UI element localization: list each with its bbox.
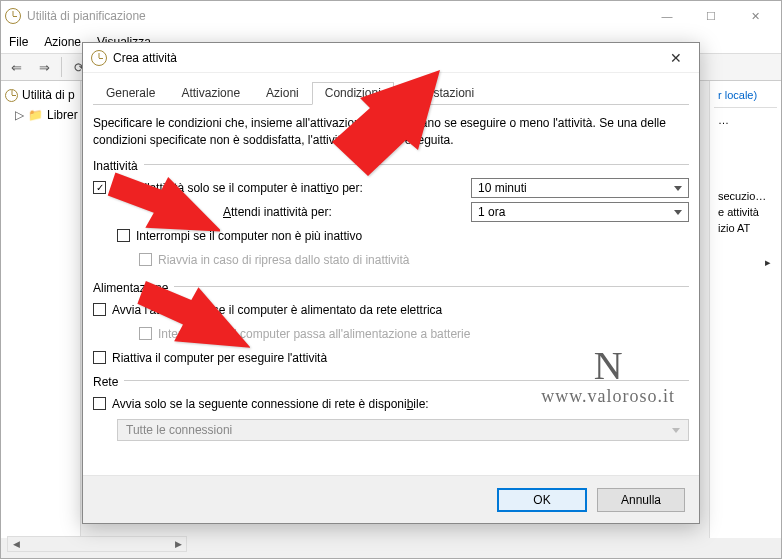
action-panel: r locale) … secuzio… e attività izio AT … (709, 81, 781, 538)
clock-icon (5, 89, 18, 102)
group-network-label: Rete (93, 375, 118, 389)
menu-azione[interactable]: Azione (44, 35, 81, 49)
tab-strip: Generale Attivazione Azioni Condizioni I… (93, 81, 689, 105)
checkbox-network[interactable] (93, 397, 106, 410)
label-stop-if-not-idle: Interrompi se il computer non è più inat… (136, 229, 362, 243)
checkbox-wake[interactable] (93, 351, 106, 364)
main-titlebar: Utilità di pianificazione — ☐ ✕ (1, 1, 781, 31)
description-text: Specificare le condizioni che, insieme a… (93, 115, 689, 149)
tree-child[interactable]: ▷ 📁 Librer (5, 105, 76, 125)
tab-impostazioni[interactable]: Impostazioni (394, 82, 487, 105)
watermark-url: www.valoroso.it (541, 386, 675, 407)
ok-button[interactable]: OK (497, 488, 587, 512)
menu-file[interactable]: File (9, 35, 28, 49)
minimize-button[interactable]: — (645, 1, 689, 31)
tab-condizioni[interactable]: Condizioni (312, 82, 394, 105)
create-task-dialog: Crea attività ✕ Generale Attivazione Azi… (82, 42, 700, 524)
action-panel-item[interactable]: e attività (714, 204, 777, 220)
action-panel-item[interactable]: secuzio… (714, 188, 777, 204)
checkbox-on-ac-power[interactable] (93, 303, 106, 316)
tab-attivazione[interactable]: Attivazione (168, 82, 253, 105)
app-title: Utilità di pianificazione (27, 9, 146, 23)
select-wait-idle[interactable]: 1 ora (471, 202, 689, 222)
dialog-titlebar: Crea attività ✕ (83, 43, 699, 73)
watermark-logo: N (541, 346, 675, 386)
tab-generale[interactable]: Generale (93, 82, 168, 105)
cancel-button[interactable]: Annulla (597, 488, 685, 512)
label-on-ac-power: Avvia l'attività solo se il computer è a… (112, 303, 442, 317)
tab-azioni[interactable]: Azioni (253, 82, 312, 105)
checkbox-restart-idle (139, 253, 152, 266)
label-stop-on-battery: Interrompi se il computer passa all'alim… (158, 327, 470, 341)
maximize-button[interactable]: ☐ (689, 1, 733, 31)
action-panel-header: r locale) (714, 87, 777, 103)
checkbox-start-if-idle[interactable] (93, 181, 106, 194)
checkbox-stop-if-not-idle[interactable] (117, 229, 130, 242)
clock-icon (91, 50, 107, 66)
back-icon[interactable]: ⇐ (5, 56, 27, 78)
app-icon (5, 8, 21, 24)
dialog-close-button[interactable]: ✕ (661, 44, 691, 72)
watermark: N www.valoroso.it (541, 346, 675, 407)
dialog-title: Crea attività (113, 51, 177, 65)
tree-panel: Utilità di p ▷ 📁 Librer (1, 81, 81, 538)
group-inactivity-label: Inattività (93, 159, 138, 173)
checkbox-stop-on-battery (139, 327, 152, 340)
select-network-connection: Tutte le connessioni (117, 419, 689, 441)
action-panel-item[interactable]: … (714, 112, 777, 128)
label-network: Avvia solo se la seguente connessione di… (112, 397, 429, 411)
forward-icon[interactable]: ⇒ (33, 56, 55, 78)
horizontal-scrollbar[interactable]: ◀▶ (7, 536, 187, 552)
group-power-label: Alimentazione (93, 281, 168, 295)
label-start-if-idle: Avvia l'attività solo se il computer è i… (112, 181, 363, 195)
tree-root[interactable]: Utilità di p (5, 85, 76, 105)
label-wake: Riattiva il computer per eseguire l'atti… (112, 351, 327, 365)
select-idle-time[interactable]: 10 minuti (471, 178, 689, 198)
label-wait-idle: Attendi inattività per: (223, 205, 332, 219)
close-button[interactable]: ✕ (733, 1, 777, 31)
action-panel-item[interactable]: izio AT (714, 220, 777, 236)
chevron-right-icon[interactable]: ▸ (714, 256, 777, 269)
label-restart-idle: Riavvia in caso di ripresa dallo stato d… (158, 253, 409, 267)
